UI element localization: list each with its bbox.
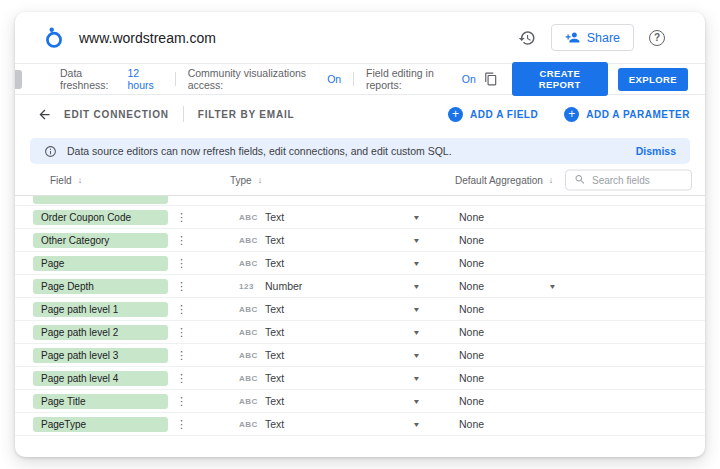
field-type-icon: ABC: [231, 351, 257, 360]
type-dropdown-caret[interactable]: ▼: [412, 398, 420, 405]
aggregation-dropdown-caret[interactable]: ▼: [548, 283, 556, 290]
type-dropdown-caret[interactable]: ▼: [412, 237, 420, 244]
field-editing-label: Field editing in reports:: [366, 67, 458, 91]
field-type-icon: ABC: [231, 420, 257, 429]
field-name: PageType: [41, 419, 86, 430]
table-row: Order Coupon Code ⋮ ABC Text ▼ None ▼: [15, 206, 705, 229]
back-arrow-icon[interactable]: [37, 107, 52, 122]
plus-icon: +: [448, 107, 463, 122]
table-row: Page path level 3 ⋮ ABC Text ▼ None ▼: [15, 344, 705, 367]
field-menu-button[interactable]: ⋮: [168, 211, 231, 224]
field-name: Page Depth: [41, 281, 94, 292]
table-row: Page path level 1 ⋮ ABC Text ▼ None ▼: [15, 298, 705, 321]
divider: [175, 72, 176, 86]
table-row: Page Title ⋮ ABC Text ▼ None ▼: [15, 390, 705, 413]
field-name: Order Coupon Code: [41, 212, 131, 223]
aggregation-value[interactable]: None: [459, 234, 484, 246]
add-field-button[interactable]: + ADD A FIELD: [448, 107, 538, 122]
field-editing-value[interactable]: On: [462, 73, 476, 85]
share-button[interactable]: Share: [551, 24, 634, 51]
field-type-icon: 123: [231, 282, 257, 291]
field-pill[interactable]: Other Category: [33, 233, 168, 248]
field-pill[interactable]: PageType: [33, 417, 168, 432]
aggregation-value[interactable]: None: [459, 349, 484, 361]
field-name: Page path level 4: [41, 373, 118, 384]
aggregation-value[interactable]: None: [459, 211, 484, 223]
sort-arrow-icon: ↓: [549, 175, 554, 185]
field-type-icon: ABC: [231, 305, 257, 314]
type-dropdown-caret[interactable]: ▼: [412, 306, 420, 313]
field-name: Other Category: [41, 235, 109, 246]
column-header-field[interactable]: Field ↓: [50, 174, 82, 185]
field-menu-button[interactable]: ⋮: [168, 326, 231, 339]
field-pill[interactable]: Page Title: [33, 394, 168, 409]
column-header-type[interactable]: Type ↓: [230, 174, 262, 185]
field-pill[interactable]: Page Depth: [33, 279, 168, 294]
field-pill[interactable]: Page path level 4: [33, 371, 168, 386]
plus-icon: +: [564, 107, 579, 122]
field-type-icon: ABC: [231, 397, 257, 406]
dismiss-link[interactable]: Dismiss: [636, 145, 676, 157]
column-header-aggregation[interactable]: Default Aggregation ↓: [455, 174, 553, 185]
search-fields-input[interactable]: [592, 174, 683, 185]
type-dropdown-caret[interactable]: ▼: [412, 329, 420, 336]
aggregation-value[interactable]: None: [459, 280, 484, 292]
type-dropdown-caret[interactable]: ▼: [412, 260, 420, 267]
browser-bar: www.wordstream.com Share ?: [15, 12, 705, 63]
aggregation-value[interactable]: None: [459, 326, 484, 338]
field-pill[interactable]: Page path level 1: [33, 302, 168, 317]
data-freshness-value[interactable]: 12 hours: [127, 67, 162, 91]
field-menu-button[interactable]: ⋮: [168, 303, 231, 316]
field-pill[interactable]: Page: [33, 256, 168, 271]
field-menu-button[interactable]: ⋮: [168, 349, 231, 362]
table-row: Page Depth ⋮ 123 Number ▼ None ▼: [15, 275, 705, 298]
aggregation-value[interactable]: None: [459, 418, 484, 430]
field-pill[interactable]: Page path level 3: [33, 348, 168, 363]
sort-arrow-icon: ↓: [258, 175, 263, 185]
community-viz-label: Community visualizations access:: [188, 67, 324, 91]
field-table-body: Order Coupon Code ⋮ ABC Text ▼ None ▼ Ot…: [15, 196, 705, 436]
field-pill[interactable]: Order Coupon Code: [33, 210, 168, 225]
field-pill: [33, 196, 168, 204]
field-name: Page path level 1: [41, 304, 118, 315]
field-menu-button[interactable]: ⋮: [168, 257, 231, 270]
field-type-icon: ABC: [231, 259, 257, 268]
type-dropdown-caret[interactable]: ▼: [412, 214, 420, 221]
aggregation-value[interactable]: None: [459, 257, 484, 269]
type-dropdown-caret[interactable]: ▼: [412, 283, 420, 290]
copy-icon[interactable]: [484, 72, 498, 86]
field-pill[interactable]: Page path level 2: [33, 325, 168, 340]
field-table-header: Field ↓ Type ↓ Default Aggregation ↓: [15, 164, 705, 196]
aggregation-value[interactable]: None: [459, 372, 484, 384]
aggregation-value[interactable]: None: [459, 303, 484, 315]
field-menu-button[interactable]: ⋮: [168, 280, 231, 293]
field-type-icon: ABC: [231, 328, 257, 337]
search-icon: [574, 174, 586, 186]
field-type-label: Text: [265, 211, 284, 223]
filter-by-email-button[interactable]: FILTER BY EMAIL: [198, 109, 295, 120]
help-icon[interactable]: ?: [649, 30, 665, 46]
type-dropdown-caret[interactable]: ▼: [412, 375, 420, 382]
type-dropdown-caret[interactable]: ▼: [412, 421, 420, 428]
add-parameter-button[interactable]: + ADD A PARAMETER: [564, 107, 690, 122]
share-label: Share: [587, 31, 620, 45]
explore-button[interactable]: EXPLORE: [618, 68, 688, 91]
field-menu-button[interactable]: ⋮: [168, 395, 231, 408]
history-icon[interactable]: [518, 29, 536, 47]
field-menu-button[interactable]: ⋮: [168, 234, 231, 247]
aggregation-value[interactable]: None: [459, 395, 484, 407]
community-viz-value[interactable]: On: [327, 73, 341, 85]
field-type-icon: ABC: [231, 374, 257, 383]
field-menu-button[interactable]: ⋮: [168, 418, 231, 431]
type-dropdown-caret[interactable]: ▼: [412, 352, 420, 359]
field-type-label: Number: [265, 280, 302, 292]
sort-arrow-icon: ↓: [78, 175, 83, 185]
search-fields-box[interactable]: [565, 169, 692, 190]
data-freshness-label: Data freshness:: [60, 67, 123, 91]
field-type-icon: ABC: [231, 213, 257, 222]
settings-toolbar: Data freshness: 12 hours Community visua…: [15, 63, 705, 95]
create-report-button[interactable]: CREATE REPORT: [512, 62, 608, 96]
field-menu-button[interactable]: ⋮: [168, 372, 231, 385]
edit-connection-button[interactable]: EDIT CONNECTION: [64, 109, 169, 120]
field-type-label: Text: [265, 234, 284, 246]
